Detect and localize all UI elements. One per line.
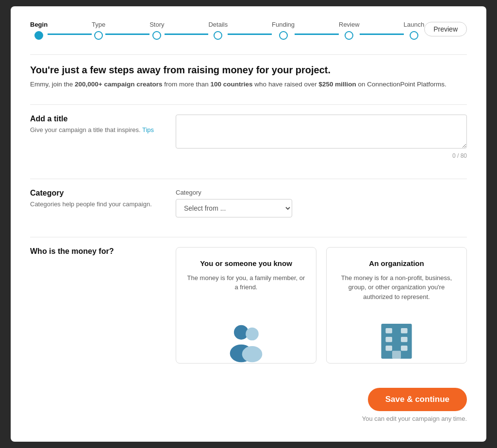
save-continue-button[interactable]: Save & continue: [368, 388, 467, 411]
org-building-icon: [336, 319, 457, 363]
preview-button[interactable]: Preview: [424, 22, 467, 36]
intro-highlight2: 100 countries: [211, 81, 253, 88]
intro-highlight3: $250 million: [318, 81, 356, 88]
edit-note: You can edit your campaign any time.: [362, 415, 467, 422]
step-line-5: [295, 33, 339, 35]
step-line-1: [48, 33, 92, 35]
step-review[interactable]: Review: [339, 21, 360, 40]
option-personal-desc: The money is for you, a family member, o…: [186, 273, 306, 292]
svg-rect-9: [386, 346, 393, 351]
category-right: Category Select from ... Arts Community …: [176, 189, 467, 217]
category-heading: Category: [30, 189, 166, 198]
top-divider: [30, 54, 467, 55]
tips-link[interactable]: Tips: [142, 126, 154, 133]
intro-desc-mid1: from more than: [163, 81, 211, 88]
step-details[interactable]: Details: [208, 21, 228, 40]
who-for-section: Who is the money for? You or someone you…: [30, 247, 467, 364]
step-line-4: [228, 33, 272, 35]
intro-desc-mid2: who have raised over: [253, 81, 319, 88]
step-circle-details: [214, 31, 222, 40]
add-title-desc: Give your campaign a title that inspires…: [30, 126, 166, 133]
step-line-3: [165, 33, 209, 35]
option-org-title: An organization: [369, 259, 424, 267]
svg-point-3: [242, 346, 263, 362]
category-section: Category Categories help people find you…: [30, 189, 467, 217]
option-card-personal[interactable]: You or someone you know The money is for…: [176, 247, 316, 364]
category-left: Category Categories help people find you…: [30, 189, 176, 208]
bottom-section: Save & continue You can edit your campai…: [30, 388, 467, 422]
step-circle-funding: [279, 31, 288, 40]
step-circle-story: [152, 31, 161, 40]
svg-rect-5: [386, 328, 393, 333]
step-launch[interactable]: Launch: [404, 21, 425, 40]
section-divider-3: [30, 237, 467, 237]
option-card-org[interactable]: An organization The money is for a non-p…: [326, 247, 467, 364]
category-field-label: Category: [176, 189, 467, 196]
svg-rect-11: [392, 350, 401, 358]
intro-desc: Emmy, join the 200,000+ campaign creator…: [30, 80, 467, 89]
step-circle-begin: [34, 31, 43, 40]
svg-rect-10: [401, 346, 408, 351]
add-title-left: Add a title Give your campaign a title t…: [30, 115, 176, 133]
option-personal-title: You or someone you know: [200, 259, 292, 267]
category-desc: Categories help people find your campaig…: [30, 200, 166, 208]
add-title-section: Add a title Give your campaign a title t…: [30, 115, 467, 159]
step-funding[interactable]: Funding: [272, 21, 295, 40]
category-select[interactable]: Select from ... Arts Community Education…: [176, 199, 292, 217]
step-line-6: [360, 33, 404, 35]
char-count: 0 / 80: [176, 152, 467, 159]
add-title-right: 0 / 80: [176, 115, 467, 159]
step-line-2: [105, 33, 149, 35]
step-story[interactable]: Story: [149, 21, 164, 40]
option-org-desc: The money is for a non-profit, business,…: [336, 273, 457, 302]
svg-point-2: [246, 327, 259, 340]
intro-highlight1: 200,000+ campaign creators: [75, 81, 162, 88]
who-for-right: You or someone you know The money is for…: [176, 247, 467, 364]
steps-container: Begin Type Story Details: [30, 21, 424, 40]
intro-section: You're just a few steps away from raisin…: [30, 65, 467, 89]
step-begin[interactable]: Begin: [30, 21, 48, 40]
main-window: Begin Type Story Details: [11, 6, 486, 441]
progress-section: Begin Type Story Details: [30, 21, 467, 40]
intro-desc-prefix: Emmy, join the: [30, 81, 75, 88]
add-title-desc-text: Give your campaign a title that inspires…: [30, 126, 141, 133]
svg-rect-6: [401, 328, 408, 333]
section-divider-1: [30, 104, 467, 105]
title-textarea[interactable]: [176, 115, 467, 149]
section-divider-2: [30, 179, 467, 179]
svg-rect-8: [401, 337, 408, 342]
who-for-left: Who is the money for?: [30, 247, 176, 259]
intro-desc-suffix: on ConnectionPoint Platforms.: [356, 81, 447, 88]
step-circle-type: [94, 31, 103, 40]
people-icon: [186, 319, 306, 363]
add-title-heading: Add a title: [30, 115, 166, 123]
step-type[interactable]: Type: [92, 21, 105, 40]
svg-rect-7: [386, 337, 393, 342]
step-circle-review: [345, 31, 353, 40]
step-circle-launch: [410, 31, 418, 40]
intro-title: You're just a few steps away from raisin…: [30, 65, 467, 76]
who-for-heading: Who is the money for?: [30, 247, 176, 256]
